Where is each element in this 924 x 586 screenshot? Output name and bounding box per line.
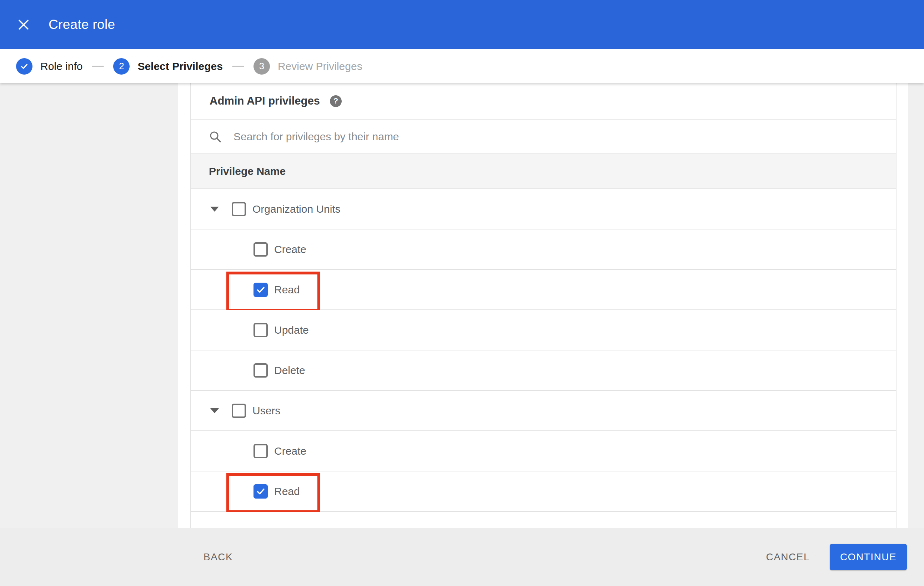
row-label: Delete [274,364,305,377]
table-row-orgunits-update: Update [191,310,896,351]
collapse-caret-icon[interactable] [210,408,219,413]
step-label: Select Privileges [137,60,223,72]
continue-button[interactable]: CONTINUE [830,544,907,570]
search-row [191,120,896,154]
page-background: Admin API privileges ? Privilege Name [0,83,924,528]
back-button[interactable]: BACK [203,551,233,563]
privileges-table: Admin API privileges ? Privilege Name [190,83,896,528]
footer-actions: CANCEL CONTINUE [766,544,907,570]
annotation-highlight-box [226,272,320,311]
create-role-dialog: Create role Role info 2 Select Privilege… [0,0,924,586]
table-row-users-read: Read [191,471,896,512]
cancel-button[interactable]: CANCEL [766,551,810,563]
step-completed-circle [16,58,33,74]
table-row-users-create: Create [191,431,896,471]
close-button[interactable] [13,14,34,35]
step-review-privileges[interactable]: 3 Review Privileges [254,58,362,74]
row-label: Organization Units [252,203,341,215]
column-header-privilege-name: Privilege Name [209,165,285,177]
content-panel: Admin API privileges ? Privilege Name [178,83,908,528]
table-row-partial [191,512,896,528]
check-icon [255,486,266,497]
app-bar: Create role [0,0,924,49]
row-label: Users [252,405,280,417]
close-icon [17,18,30,31]
help-icon[interactable]: ? [330,95,342,107]
search-icon [208,130,222,143]
checkbox-create[interactable] [254,444,268,458]
collapse-caret-icon[interactable] [210,207,219,212]
table-header-row: Privilege Name [191,154,896,189]
table-row-users: Users [191,391,896,431]
footer-bar: BACK CANCEL CONTINUE [0,528,924,586]
section-heading: Admin API privileges [210,95,320,107]
step-connector [232,66,244,67]
check-icon [255,285,266,295]
row-label: Update [274,324,309,336]
row-label: Create [274,244,306,255]
step-upcoming-circle: 3 [254,58,270,74]
table-row-organization-units: Organization Units [191,189,896,229]
checkbox-users[interactable] [232,403,246,418]
section-heading-row: Admin API privileges ? [191,83,896,120]
step-role-info[interactable]: Role info [16,58,82,74]
step-label: Role info [40,60,82,72]
search-input[interactable] [234,131,769,143]
checkbox-organization-units[interactable] [232,202,246,216]
checkbox-read-checked[interactable] [254,283,268,297]
checkbox-create[interactable] [254,242,268,257]
check-icon [20,62,28,71]
table-row-orgunits-delete: Delete [191,351,896,391]
row-label: Read [274,284,300,296]
checkbox-delete[interactable] [254,363,268,378]
row-label: Create [274,445,306,457]
dialog-title: Create role [49,17,115,32]
annotation-highlight-box [226,473,320,513]
table-row-orgunits-read: Read [191,270,896,310]
row-label: Read [274,486,300,497]
checkbox-update[interactable] [254,323,268,337]
step-select-privileges[interactable]: 2 Select Privileges [113,58,223,74]
step-connector [92,66,104,67]
step-active-circle: 2 [113,58,130,74]
table-row-orgunits-create: Create [191,229,896,270]
checkbox-read-checked[interactable] [254,484,268,499]
step-label: Review Privileges [278,60,362,72]
stepper: Role info 2 Select Privileges 3 Review P… [0,49,924,83]
